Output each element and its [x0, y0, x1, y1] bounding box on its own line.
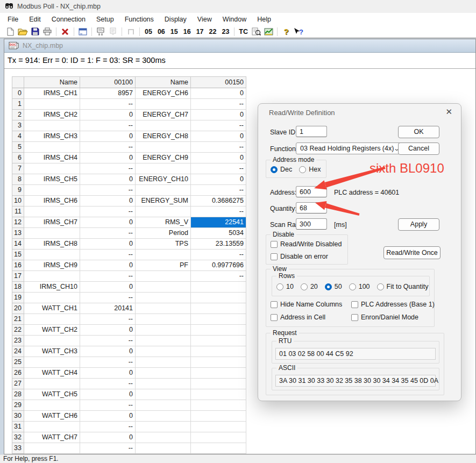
- table-cell[interactable]: [24, 271, 80, 282]
- table-cell[interactable]: [191, 293, 246, 303]
- table-cell[interactable]: 23.13559: [191, 239, 246, 250]
- table-cell[interactable]: [191, 346, 246, 357]
- table-cell[interactable]: [24, 206, 80, 217]
- table-cell[interactable]: --: [80, 357, 136, 368]
- table-cell[interactable]: --: [80, 336, 136, 346]
- table-cell[interactable]: [136, 357, 191, 368]
- table-cell[interactable]: WATT_CH1: [24, 303, 80, 314]
- table-cell[interactable]: --: [191, 142, 246, 153]
- menu-item-window[interactable]: Window: [217, 14, 252, 25]
- rows-100-radio[interactable]: 100: [349, 283, 370, 290]
- menu-item-edit[interactable]: Edit: [24, 14, 46, 25]
- table-cell[interactable]: --: [80, 185, 136, 196]
- table-cell[interactable]: --: [191, 120, 246, 131]
- table-cell[interactable]: IRMS_CH10: [24, 282, 80, 293]
- table-cell[interactable]: 0: [191, 110, 246, 120]
- table-cell[interactable]: [136, 206, 191, 217]
- table-cell[interactable]: 0: [80, 389, 136, 400]
- table-cell[interactable]: [191, 325, 246, 336]
- function-06-button[interactable]: 06: [155, 28, 167, 35]
- table-cell[interactable]: [191, 314, 246, 325]
- table-cell[interactable]: ENERGY_CH8: [136, 131, 191, 142]
- table-cell[interactable]: 0: [80, 346, 136, 357]
- table-cell[interactable]: [24, 163, 80, 174]
- table-cell[interactable]: [191, 282, 246, 293]
- function-23-button[interactable]: 23: [219, 28, 231, 35]
- table-cell[interactable]: 0: [80, 368, 136, 379]
- table-cell[interactable]: [24, 293, 80, 303]
- print-icon[interactable]: [41, 26, 53, 37]
- table-cell[interactable]: [136, 303, 191, 314]
- table-cell[interactable]: 0: [80, 217, 136, 228]
- table-cell[interactable]: [136, 120, 191, 131]
- table-cell[interactable]: --: [80, 142, 136, 153]
- cancel-button[interactable]: Cancel: [398, 143, 439, 155]
- table-cell[interactable]: 0: [191, 153, 246, 163]
- table-cell[interactable]: 0: [80, 131, 136, 142]
- document-titlebar[interactable]: DOC NX_chip.mbp: [4, 39, 475, 53]
- table-cell[interactable]: [191, 368, 246, 379]
- table-cell[interactable]: [191, 432, 246, 443]
- table-cell[interactable]: [191, 422, 246, 432]
- table-cell[interactable]: Period: [136, 228, 191, 239]
- table-cell[interactable]: [24, 336, 80, 346]
- table-cell[interactable]: --: [191, 99, 246, 110]
- slave-id-input[interactable]: 1: [296, 126, 327, 137]
- table-cell[interactable]: [24, 400, 80, 411]
- ok-button[interactable]: OK: [398, 126, 439, 138]
- table-cell[interactable]: 5034: [191, 228, 246, 239]
- table-cell[interactable]: [191, 303, 246, 314]
- table-cell[interactable]: --: [80, 379, 136, 389]
- table-cell[interactable]: [24, 422, 80, 432]
- table-cell[interactable]: 0: [80, 153, 136, 163]
- table-cell[interactable]: [136, 432, 191, 443]
- table-cell[interactable]: [191, 379, 246, 389]
- table-cell[interactable]: [136, 389, 191, 400]
- table-cell[interactable]: ENERGY_CH10: [136, 174, 191, 185]
- table-cell[interactable]: 0: [191, 88, 246, 99]
- table-cell[interactable]: [136, 346, 191, 357]
- table-cell[interactable]: 0: [80, 432, 136, 443]
- open-file-icon[interactable]: [17, 26, 29, 37]
- function-22-button[interactable]: 22: [207, 28, 219, 35]
- table-cell[interactable]: WATT_CH2: [24, 325, 80, 336]
- table-cell[interactable]: 0: [80, 110, 136, 120]
- table-cell[interactable]: --: [191, 250, 246, 260]
- table-cell[interactable]: 22541: [191, 217, 246, 228]
- read-write-once-button[interactable]: Read/Write Once: [383, 246, 441, 259]
- table-cell[interactable]: IRMS_CH3: [24, 131, 80, 142]
- table-cell[interactable]: 0: [80, 411, 136, 422]
- table-cell[interactable]: --: [80, 163, 136, 174]
- table-cell[interactable]: TPS: [136, 239, 191, 250]
- table-cell[interactable]: IRMS_CH8: [24, 239, 80, 250]
- menu-item-connection[interactable]: Connection: [46, 14, 91, 25]
- table-cell[interactable]: WATT_CH6: [24, 411, 80, 422]
- table-cell[interactable]: IRMS_CH1: [24, 88, 80, 99]
- function-select[interactable]: 03 Read Holding Registers (4x) ⌄: [296, 143, 403, 154]
- table-cell[interactable]: [191, 443, 246, 454]
- table-cell[interactable]: [136, 379, 191, 389]
- enron-daniel-mode-checkbox[interactable]: Enron/Daniel Mode: [351, 314, 435, 321]
- table-cell[interactable]: --: [80, 293, 136, 303]
- disconnect-icon[interactable]: [59, 26, 71, 37]
- table-cell[interactable]: 8957: [80, 88, 136, 99]
- table-cell[interactable]: [136, 400, 191, 411]
- table-cell[interactable]: ENERGY_CH6: [136, 88, 191, 99]
- table-cell[interactable]: [191, 336, 246, 346]
- table-cell[interactable]: 0: [80, 239, 136, 250]
- hex-radio[interactable]: Hex: [299, 166, 321, 173]
- table-cell[interactable]: --: [80, 400, 136, 411]
- table-cell[interactable]: [136, 250, 191, 260]
- menu-item-help[interactable]: Help: [252, 14, 276, 25]
- table-cell[interactable]: --: [80, 314, 136, 325]
- table-cell[interactable]: WATT_CH7: [24, 432, 80, 443]
- function-17-button[interactable]: 17: [194, 28, 206, 35]
- address-input[interactable]: 600: [296, 186, 327, 197]
- table-cell[interactable]: PF: [136, 260, 191, 271]
- table-cell[interactable]: [191, 411, 246, 422]
- table-cell[interactable]: [24, 357, 80, 368]
- table-cell[interactable]: [24, 379, 80, 389]
- table-cell[interactable]: [136, 325, 191, 336]
- quantity-input[interactable]: 68: [296, 202, 327, 213]
- table-cell[interactable]: 0: [191, 174, 246, 185]
